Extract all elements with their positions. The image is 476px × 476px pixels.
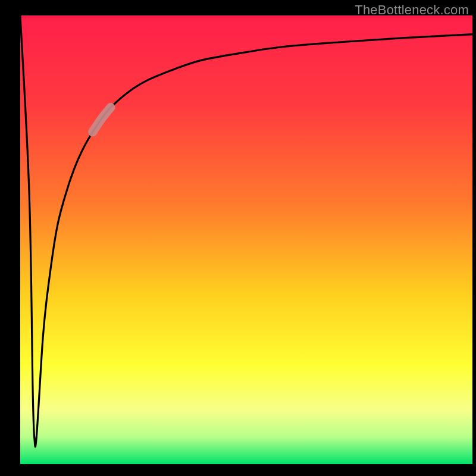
bottleneck-chart (0, 0, 476, 476)
plot-area (20, 15, 472, 464)
attribution-label: TheBottleneck.com (355, 2, 469, 18)
chart-container: TheBottleneck.com (0, 0, 476, 476)
